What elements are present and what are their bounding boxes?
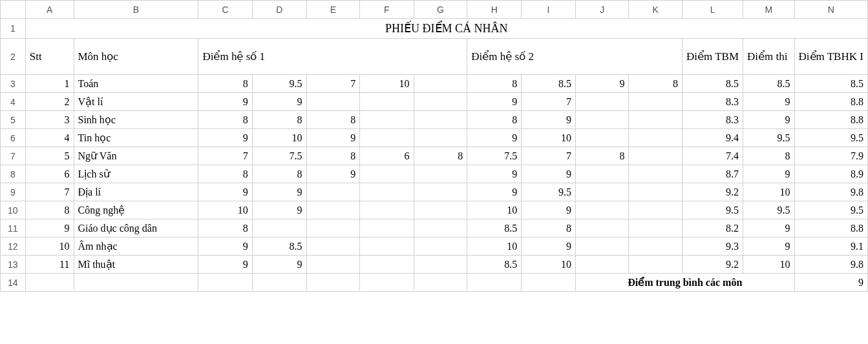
cell-monhoc[interactable]: Công nghệ bbox=[74, 201, 198, 219]
cell-stt[interactable]: 8 bbox=[25, 201, 74, 219]
col-header-G[interactable]: G bbox=[414, 1, 467, 19]
row-header-3[interactable]: 3 bbox=[1, 75, 26, 93]
cell-k[interactable] bbox=[629, 111, 683, 129]
cell-stt[interactable]: 4 bbox=[25, 129, 74, 147]
cell-f[interactable] bbox=[360, 93, 414, 111]
cell-c[interactable]: 9 bbox=[198, 129, 252, 147]
row-header-9[interactable]: 9 bbox=[1, 183, 26, 201]
cell-f[interactable] bbox=[360, 238, 414, 256]
row-header-6[interactable]: 6 bbox=[1, 129, 26, 147]
cell-g[interactable] bbox=[414, 201, 467, 219]
cell-l[interactable]: 9.3 bbox=[683, 238, 743, 256]
row-header-13[interactable]: 13 bbox=[1, 256, 26, 274]
cell-stt[interactable]: 3 bbox=[25, 111, 74, 129]
cell-n[interactable]: 9.5 bbox=[794, 201, 867, 219]
cell-h[interactable]: 10 bbox=[467, 238, 522, 256]
cell-j[interactable]: 9 bbox=[575, 75, 628, 93]
cell-j[interactable] bbox=[575, 183, 628, 201]
cell-m[interactable]: 10 bbox=[743, 183, 795, 201]
cell-h[interactable]: 8.5 bbox=[467, 219, 522, 238]
cell-g[interactable] bbox=[414, 111, 467, 129]
header-diemhe2[interactable]: Điểm hệ số 2 bbox=[467, 39, 683, 75]
cell-stt[interactable]: 1 bbox=[25, 75, 74, 93]
cell-monhoc[interactable]: Mĩ thuật bbox=[74, 256, 198, 274]
cell-g[interactable]: 8 bbox=[414, 147, 467, 165]
cell-l[interactable]: 8.7 bbox=[683, 165, 743, 183]
cell-h[interactable]: 8 bbox=[467, 111, 522, 129]
cell-empty[interactable] bbox=[360, 274, 414, 292]
cell-m[interactable]: 9 bbox=[743, 238, 795, 256]
col-header-H[interactable]: H bbox=[467, 1, 522, 19]
cell-k[interactable] bbox=[629, 165, 683, 183]
header-diemhe1[interactable]: Điểm hệ số 1 bbox=[198, 39, 467, 75]
cell-empty[interactable] bbox=[198, 274, 252, 292]
cell-d[interactable]: 8 bbox=[252, 165, 306, 183]
cell-h[interactable]: 7.5 bbox=[467, 147, 522, 165]
cell-d[interactable]: 9 bbox=[252, 256, 306, 274]
cell-d[interactable]: 10 bbox=[252, 129, 306, 147]
cell-j[interactable] bbox=[575, 111, 628, 129]
row-header-14[interactable]: 14 bbox=[1, 274, 26, 292]
cell-monhoc[interactable]: Giáo dục công dân bbox=[74, 219, 198, 238]
cell-f[interactable] bbox=[360, 111, 414, 129]
title-cell[interactable]: PHIẾU ĐIỂM CÁ NHÂN bbox=[25, 19, 867, 39]
cell-empty[interactable] bbox=[25, 274, 74, 292]
cell-c[interactable]: 8 bbox=[198, 75, 252, 93]
cell-d[interactable]: 9.5 bbox=[252, 75, 306, 93]
cell-m[interactable]: 9 bbox=[743, 219, 795, 238]
col-header-B[interactable]: B bbox=[74, 1, 198, 19]
cell-empty[interactable] bbox=[252, 274, 306, 292]
cell-h[interactable]: 8.5 bbox=[467, 256, 522, 274]
col-header-M[interactable]: M bbox=[743, 1, 795, 19]
row-header-1[interactable]: 1 bbox=[1, 19, 26, 39]
cell-e[interactable] bbox=[306, 219, 360, 238]
cell-m[interactable]: 9 bbox=[743, 165, 795, 183]
cell-l[interactable]: 9.5 bbox=[683, 201, 743, 219]
cell-n[interactable]: 9.8 bbox=[794, 256, 867, 274]
cell-stt[interactable]: 7 bbox=[25, 183, 74, 201]
cell-e[interactable] bbox=[306, 183, 360, 201]
col-header-L[interactable]: L bbox=[683, 1, 743, 19]
col-header-D[interactable]: D bbox=[252, 1, 306, 19]
cell-h[interactable]: 8 bbox=[467, 75, 522, 93]
cell-n[interactable]: 8.5 bbox=[794, 75, 867, 93]
header-diemtbhk[interactable]: Điểm TBHK I bbox=[794, 39, 867, 75]
cell-c[interactable]: 7 bbox=[198, 147, 252, 165]
cell-f[interactable] bbox=[360, 183, 414, 201]
cell-c[interactable]: 8 bbox=[198, 165, 252, 183]
cell-g[interactable] bbox=[414, 238, 467, 256]
col-header-K[interactable]: K bbox=[629, 1, 683, 19]
cell-k[interactable] bbox=[629, 201, 683, 219]
cell-stt[interactable]: 11 bbox=[25, 256, 74, 274]
cell-g[interactable] bbox=[414, 93, 467, 111]
cell-n[interactable]: 8.8 bbox=[794, 93, 867, 111]
cell-c[interactable]: 9 bbox=[198, 183, 252, 201]
cell-l[interactable]: 9.2 bbox=[683, 256, 743, 274]
cell-f[interactable] bbox=[360, 256, 414, 274]
cell-h[interactable]: 9 bbox=[467, 183, 522, 201]
cell-k[interactable] bbox=[629, 129, 683, 147]
cell-f[interactable] bbox=[360, 219, 414, 238]
cell-g[interactable] bbox=[414, 165, 467, 183]
cell-n[interactable]: 9.5 bbox=[794, 129, 867, 147]
cell-l[interactable]: 9.4 bbox=[683, 129, 743, 147]
cell-d[interactable]: 7.5 bbox=[252, 147, 306, 165]
row-header-4[interactable]: 4 bbox=[1, 93, 26, 111]
cell-j[interactable] bbox=[575, 219, 628, 238]
cell-monhoc[interactable]: Sinh học bbox=[74, 111, 198, 129]
cell-k[interactable] bbox=[629, 147, 683, 165]
cell-i[interactable]: 8.5 bbox=[522, 75, 576, 93]
cell-e[interactable]: 9 bbox=[306, 165, 360, 183]
cell-j[interactable] bbox=[575, 129, 628, 147]
cell-m[interactable]: 9.5 bbox=[743, 201, 795, 219]
row-header-7[interactable]: 7 bbox=[1, 147, 26, 165]
cell-d[interactable]: 9 bbox=[252, 183, 306, 201]
cell-empty[interactable] bbox=[74, 274, 198, 292]
cell-c[interactable]: 8 bbox=[198, 111, 252, 129]
cell-e[interactable] bbox=[306, 238, 360, 256]
cell-g[interactable] bbox=[414, 256, 467, 274]
cell-f[interactable]: 6 bbox=[360, 147, 414, 165]
cell-e[interactable]: 9 bbox=[306, 129, 360, 147]
cell-c[interactable]: 9 bbox=[198, 238, 252, 256]
cell-j[interactable] bbox=[575, 201, 628, 219]
